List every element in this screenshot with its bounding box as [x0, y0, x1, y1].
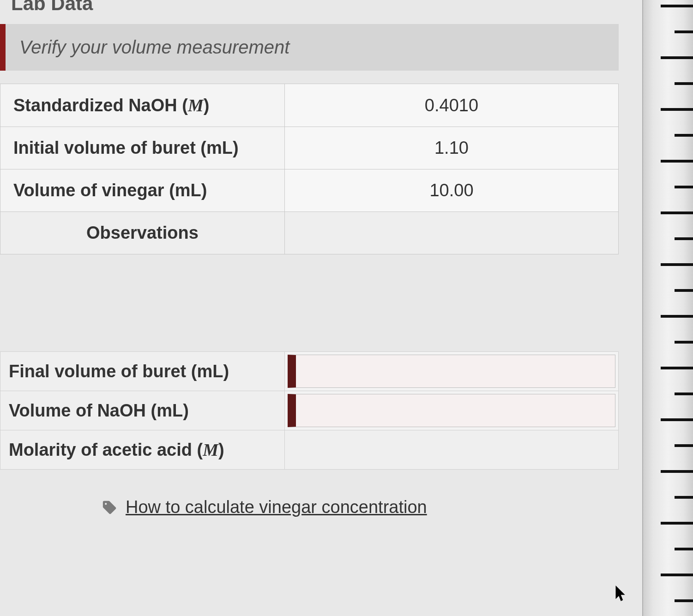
- ruler-tick: [661, 5, 693, 7]
- row-value-vinegar-volume: 10.00: [284, 169, 618, 212]
- observations-header-blank: [284, 212, 618, 254]
- tag-icon: [102, 500, 117, 515]
- ruler-tick: [675, 496, 693, 499]
- alert-banner-text: Verify your volume measurement: [19, 37, 605, 58]
- ruler-tick: [661, 315, 693, 318]
- ruler-scale: [642, 0, 693, 616]
- row-input-cell-final-volume: [284, 352, 618, 391]
- ruler-tick: [675, 134, 693, 137]
- row-value-naoh-molarity: 0.4010: [284, 84, 618, 127]
- ruler-tick: [661, 367, 693, 369]
- ruler-tick: [675, 599, 693, 602]
- ruler-tick: [675, 548, 693, 550]
- alert-banner: Verify your volume measurement: [0, 24, 619, 71]
- ruler-tick: [661, 108, 693, 111]
- ruler-tick: [675, 82, 693, 85]
- spacer: [0, 259, 619, 351]
- row-label-naoh-volume: Volume of NaOH (mL): [0, 391, 285, 430]
- entry-table: Final volume of buret (mL) Volume of NaO…: [0, 351, 619, 470]
- table-row: Standardized NaOH (M) 0.4010: [0, 84, 619, 127]
- ruler-tick: [661, 418, 693, 421]
- ruler-tick: [675, 237, 693, 240]
- page-title: Lab Data: [0, 0, 619, 24]
- ruler-tick: [661, 470, 693, 473]
- table-row: Volume of NaOH (mL): [0, 391, 619, 430]
- ruler-tick: [675, 186, 693, 188]
- given-data-table: Standardized NaOH (M) 0.4010 Initial vol…: [0, 84, 619, 254]
- observations-header-label: Observations: [0, 212, 285, 254]
- ruler-tick: [661, 56, 693, 59]
- row-input-cell-naoh-volume: [284, 391, 618, 430]
- final-volume-input[interactable]: [288, 355, 615, 388]
- mouse-cursor-icon: [615, 586, 628, 602]
- ruler-tick: [675, 393, 693, 395]
- ruler-tick: [675, 444, 693, 447]
- row-label-initial-volume: Initial volume of buret (mL): [0, 127, 285, 169]
- table-row: Final volume of buret (mL): [0, 352, 619, 391]
- table-row: Molarity of acetic acid (M): [0, 430, 619, 470]
- ruler-tick: [661, 574, 693, 576]
- help-row: How to calculate vinegar concentration: [0, 470, 619, 517]
- row-label-vinegar-volume: Volume of vinegar (mL): [0, 169, 285, 212]
- row-value-initial-volume: 1.10: [284, 127, 618, 169]
- table-row: Volume of vinegar (mL) 10.00: [0, 169, 619, 212]
- ruler-tick: [675, 30, 693, 33]
- ruler-tick: [661, 211, 693, 214]
- help-link-concentration[interactable]: How to calculate vinegar concentration: [126, 497, 427, 517]
- ruler-tick: [661, 263, 693, 266]
- row-label-acetic-molarity: Molarity of acetic acid (M): [0, 430, 285, 470]
- ruler-tick: [675, 289, 693, 292]
- ruler-tick: [661, 160, 693, 163]
- ruler-tick: [661, 522, 693, 525]
- ruler-tick: [675, 341, 693, 344]
- observations-header-row: Observations: [0, 212, 619, 254]
- table-row: Initial volume of buret (mL) 1.10: [0, 127, 619, 169]
- row-blank-acetic-molarity: [284, 430, 618, 470]
- naoh-volume-input[interactable]: [288, 394, 615, 427]
- row-label-final-volume: Final volume of buret (mL): [0, 352, 285, 391]
- row-label-naoh-molarity: Standardized NaOH (M): [0, 84, 285, 127]
